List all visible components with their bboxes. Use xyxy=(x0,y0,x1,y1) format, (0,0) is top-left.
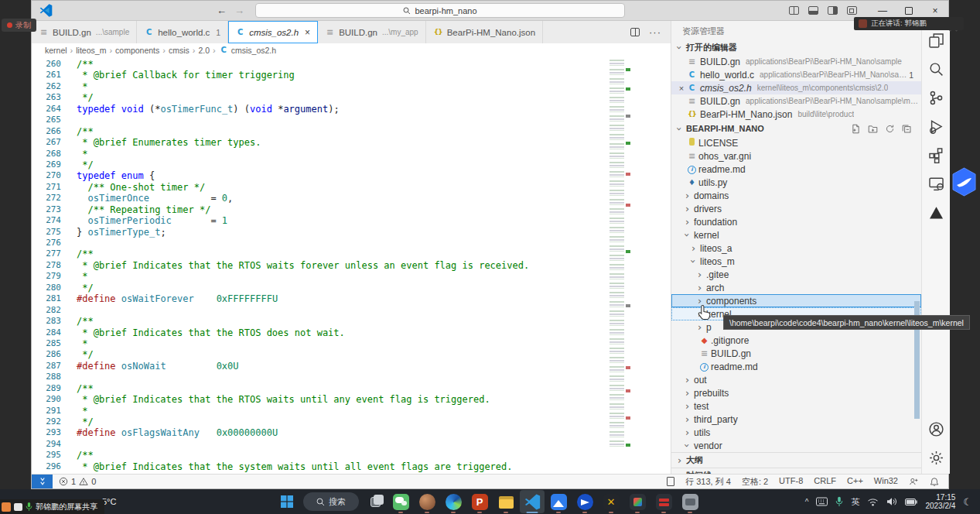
source-control-icon[interactable] xyxy=(927,89,944,106)
start-button[interactable] xyxy=(275,490,299,513)
red-logo-app-taskbar-button[interactable] xyxy=(651,490,676,513)
account-icon[interactable] xyxy=(927,420,944,437)
forward-icon[interactable]: → xyxy=(234,5,244,16)
tree-item-drivers[interactable]: ›drivers xyxy=(671,202,921,215)
back-icon[interactable]: ← xyxy=(217,5,227,16)
split-editor-action-icon[interactable] xyxy=(630,28,640,36)
clock[interactable]: 17:15 2023/2/4 xyxy=(925,493,955,510)
tree-item-domains[interactable]: ›domains xyxy=(671,189,921,202)
tab-BearPi-HM_Nano.json[interactable]: {}BearPi-HM_Nano.json xyxy=(426,21,543,43)
breadcrumb-item[interactable]: 2.0 xyxy=(198,46,210,55)
vscode-taskbar-button[interactable] xyxy=(520,490,545,513)
extensions-icon[interactable] xyxy=(927,146,944,163)
powerpoint-taskbar-button[interactable] xyxy=(467,490,492,513)
wechat-taskbar-button[interactable] xyxy=(388,490,413,513)
status-item[interactable]: CRLF xyxy=(814,476,836,488)
file-explorer-taskbar-button[interactable] xyxy=(493,490,518,513)
tree-item-.gitignore[interactable]: ◆.gitignore xyxy=(671,334,921,347)
new-folder-icon[interactable] xyxy=(868,124,878,134)
timeline-header[interactable]: › 时间线 xyxy=(671,468,921,474)
run-debug-icon[interactable] xyxy=(927,118,944,135)
new-file-icon[interactable] xyxy=(851,124,861,134)
tree-item-kernel[interactable]: ›kernel xyxy=(671,228,921,242)
settings-icon[interactable] xyxy=(927,449,944,466)
screen-share-banner[interactable]: 郭锦鹏的屏幕共享 xyxy=(0,499,104,514)
editor-doc-icon[interactable] xyxy=(667,477,674,486)
breadcrumb-item[interactable]: liteos_m xyxy=(76,46,106,55)
open-editor-item[interactable]: ×≡BUILD.gnapplications\BearPi\BearPi-HM_… xyxy=(671,55,921,68)
taskbar-search[interactable]: 搜索 xyxy=(303,492,359,511)
breadcrumb-item[interactable]: components xyxy=(115,46,159,55)
open-editor-item[interactable]: ×≡BUILD.gnapplications\BearPi\BearPi-HM_… xyxy=(671,94,921,108)
project-header[interactable]: › BEARPI-HM_NANO xyxy=(671,121,921,136)
microphone-icon[interactable] xyxy=(835,496,843,507)
tray-chevron-up-icon[interactable]: ^ xyxy=(805,498,809,506)
meeting-record-button[interactable]: 录制 xyxy=(2,19,36,32)
ime-indicator[interactable]: 英 xyxy=(851,496,859,508)
tree-item-readme.md[interactable]: readme.md xyxy=(671,163,921,176)
customize-layout-icon[interactable] xyxy=(847,6,857,15)
command-center-search[interactable]: bearpi-hm_nano xyxy=(255,3,625,18)
breadcrumb-item[interactable]: kernel xyxy=(45,46,67,55)
touch-keyboard-icon[interactable] xyxy=(816,497,828,506)
tree-item-utils[interactable]: ›utils xyxy=(671,426,921,439)
open-editor-item[interactable]: ×{}BearPi-HM_Nano.jsonbuild\lite\product xyxy=(671,108,921,121)
lark-floating-button[interactable] xyxy=(950,167,978,200)
notifications-bell-icon[interactable] xyxy=(930,477,939,487)
status-item[interactable]: 空格: 2 xyxy=(742,476,768,488)
wifi-icon[interactable] xyxy=(867,498,879,506)
tree-item-arch[interactable]: ›arch xyxy=(671,281,921,294)
search-icon[interactable] xyxy=(927,60,944,77)
toggle-sidebar-icon[interactable] xyxy=(828,6,838,15)
open-editor-item[interactable]: ×Chello_world.capplications\BearPi\BearP… xyxy=(671,68,921,81)
remote-explorer-icon[interactable] xyxy=(927,175,944,192)
outline-header[interactable]: › 大纲 xyxy=(671,452,921,468)
tree-item-prebuilts[interactable]: ›prebuilts xyxy=(671,386,921,399)
open-editor-item[interactable]: ×Ccmsis_os2.hkernel\liteos_m\components\… xyxy=(671,81,921,94)
task-view-button[interactable] xyxy=(364,490,387,513)
tree-item-utils.py[interactable]: ♦utils.py xyxy=(671,176,921,189)
feedback-icon[interactable] xyxy=(909,477,919,486)
code-editor[interactable]: 260/**261 * @brief Callback for timer tr… xyxy=(32,57,671,474)
contact-avatar-app-taskbar-button[interactable] xyxy=(415,490,439,513)
gold-arrows-app-taskbar-button[interactable] xyxy=(599,490,623,513)
gray-robot-app-taskbar-button[interactable] xyxy=(678,490,702,513)
tree-item-ohos_var.gni[interactable]: ≡ohos_var.gni xyxy=(671,149,921,163)
split-editor-icon[interactable] xyxy=(789,6,799,15)
speaker-icon[interactable] xyxy=(886,497,897,506)
tab-hello_world.c[interactable]: Chello_world.c1 xyxy=(137,21,228,43)
blue-mountain-app-taskbar-button[interactable] xyxy=(546,490,571,513)
tree-item-third_party[interactable]: ›third_party xyxy=(671,413,921,426)
breadcrumb-item[interactable]: cmsis xyxy=(169,46,190,55)
tree-item-test[interactable]: ›test xyxy=(671,399,921,413)
status-item[interactable]: C++ xyxy=(847,476,863,488)
tab-close-icon[interactable]: × xyxy=(305,27,310,38)
tree-item-LICENSE[interactable]: LICENSE xyxy=(671,136,921,149)
screenshot-app-taskbar-button[interactable] xyxy=(625,490,650,513)
more-actions-icon[interactable]: ··· xyxy=(649,26,661,38)
battery-icon[interactable] xyxy=(905,499,917,505)
explorer-icon[interactable] xyxy=(927,32,944,49)
tree-item-vendor[interactable]: ›vendor xyxy=(671,439,921,452)
tree-item-out[interactable]: ›out xyxy=(671,373,921,386)
close-editor-icon[interactable]: × xyxy=(676,84,687,93)
tab-cmsis_os2.h[interactable]: Ccmsis_os2.h× xyxy=(228,21,318,43)
minimap[interactable] xyxy=(610,60,624,447)
plane-app-taskbar-button[interactable] xyxy=(572,490,597,513)
tab-BUILD.gn[interactable]: ≡BUILD.gn...\my_app xyxy=(318,21,426,43)
tab-BUILD.gn[interactable]: ≡BUILD.gn...\sample xyxy=(32,21,137,43)
status-item[interactable]: UTF-8 xyxy=(779,476,803,488)
status-item[interactable]: 行 313, 列 4 xyxy=(685,476,731,488)
breadcrumb-file[interactable]: Ccmsis_os2.h xyxy=(219,45,276,55)
remote-indicator[interactable] xyxy=(32,475,53,488)
collapse-all-icon[interactable] xyxy=(902,124,912,134)
tree-item-liteos_m[interactable]: ›liteos_m xyxy=(671,255,921,268)
tree-item-BUILD.gn[interactable]: ≡BUILD.gn xyxy=(671,347,921,360)
edge-browser-taskbar-button[interactable] xyxy=(441,490,466,513)
toggle-panel-icon[interactable] xyxy=(808,6,818,15)
night-mode-moon-icon[interactable]: ☾ xyxy=(963,496,972,508)
tree-item-.gitee[interactable]: ›.gitee xyxy=(671,268,921,281)
open-editors-header[interactable]: › 打开的编辑器 xyxy=(671,39,921,55)
problems-indicator[interactable]: 1 0 xyxy=(59,477,96,486)
tree-item-readme.md[interactable]: readme.md xyxy=(671,360,921,373)
